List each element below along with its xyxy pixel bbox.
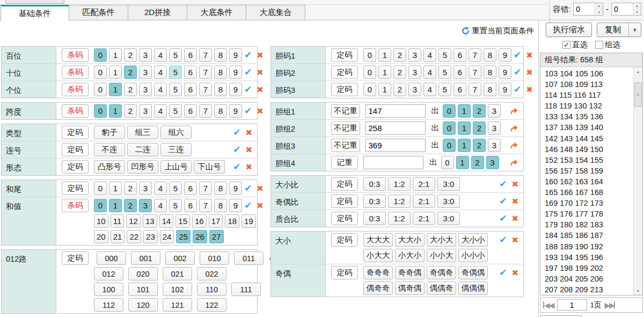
option-button[interactable]: 4 [423, 83, 436, 96]
option-button[interactable]: 1 [378, 48, 391, 62]
option-button[interactable]: 4 [154, 48, 167, 62]
option-button[interactable]: 3 [408, 48, 421, 62]
result-row[interactable]: 114 115 116 117 [545, 90, 642, 100]
option-button[interactable]: 奇奇奇 [363, 266, 393, 279]
option-button[interactable]: 0:3 [363, 212, 386, 225]
copy-button[interactable]: 复制 [597, 23, 628, 37]
option-button[interactable]: 9 [229, 48, 242, 62]
option-button[interactable]: 4 [154, 199, 167, 212]
option-button[interactable]: 020 [128, 267, 158, 280]
option-button[interactable]: 不连 [94, 143, 125, 156]
option-button[interactable]: 5 [169, 199, 182, 212]
option-button[interactable]: 3 [139, 104, 152, 118]
dan-group-input[interactable] [365, 104, 426, 118]
option-button[interactable]: 122 [197, 298, 226, 312]
dan-group-input[interactable] [365, 121, 426, 135]
result-row[interactable]: 142 143 144 145 [545, 133, 642, 144]
clear-cross-icon[interactable]: ✖ [245, 146, 252, 154]
option-button[interactable]: 7 [469, 66, 481, 79]
option-button[interactable]: 小小大 [427, 249, 456, 262]
option-button[interactable]: 5 [438, 83, 451, 96]
clear-cross-icon[interactable]: ✖ [257, 68, 264, 76]
option-button[interactable]: 1 [458, 104, 471, 118]
option-button[interactable]: 0 [94, 182, 107, 195]
set-mode-button[interactable]: 定码 [62, 126, 89, 139]
scroll-up-icon[interactable]: ▲ [634, 67, 642, 76]
option-button[interactable]: 3 [139, 48, 152, 62]
option-button[interactable]: 1 [378, 66, 391, 79]
option-button[interactable]: 4 [154, 182, 167, 195]
confirm-check-icon[interactable]: ✔ [514, 68, 521, 77]
scrollbar-thumb[interactable]: ≡ [634, 82, 642, 107]
result-row[interactable]: 207 208 209 213 [545, 284, 642, 295]
option-button[interactable]: 6 [184, 66, 197, 79]
option-button[interactable]: 7 [469, 83, 481, 96]
option-button[interactable]: 3 [139, 66, 152, 79]
option-button[interactable]: 9 [229, 83, 242, 96]
result-row[interactable]: 160 162 163 164 [545, 176, 642, 187]
set-mode-button[interactable]: 定码 [62, 251, 89, 265]
confirm-check-icon[interactable]: ✔ [233, 162, 240, 171]
confirm-check-icon[interactable]: ✔ [244, 184, 252, 193]
option-button[interactable]: 5 [169, 83, 182, 96]
option-button[interactable]: 3 [408, 83, 421, 96]
kill-mode-button[interactable]: 杀码 [62, 48, 89, 62]
option-button[interactable]: 7 [199, 182, 212, 195]
group-selection-checkbox[interactable]: 组选 [595, 40, 620, 50]
option-button[interactable]: 022 [197, 267, 226, 280]
option-button[interactable]: 小大小 [395, 249, 425, 262]
option-button[interactable]: 5 [438, 66, 451, 79]
option-button[interactable]: 豹子 [94, 126, 125, 139]
option-button[interactable]: 2 [473, 139, 486, 152]
clear-cross-icon[interactable]: ✖ [245, 128, 252, 136]
clear-cross-icon[interactable]: ✖ [257, 184, 264, 192]
option-button[interactable]: 大大大 [363, 233, 393, 247]
confirm-check-icon[interactable]: ✔ [244, 85, 252, 94]
scroll-down-icon[interactable]: ▼ [634, 286, 642, 295]
option-button[interactable]: 6 [453, 83, 466, 96]
option-button[interactable]: 1:2 [388, 212, 411, 225]
option-button[interactable]: 9 [229, 199, 242, 212]
tolerance-to-spinner[interactable]: ▲ ▼ [611, 3, 641, 16]
option-button[interactable]: 0 [94, 83, 107, 96]
option-button[interactable]: 6 [184, 199, 197, 212]
option-button[interactable]: 2:1 [413, 194, 435, 208]
option-button[interactable]: 101 [128, 283, 158, 296]
result-row[interactable]: 146 148 149 150 [545, 144, 642, 155]
kill-mode-button[interactable]: 杀码 [62, 104, 89, 118]
clear-cross-icon[interactable]: ✖ [257, 85, 264, 93]
spin-up-icon[interactable]: ▲ [595, 3, 603, 10]
option-button[interactable]: 1 [458, 121, 471, 135]
option-button[interactable]: 0 [443, 104, 456, 118]
option-button[interactable]: 2 [124, 66, 137, 79]
option-button[interactable]: 3 [486, 156, 499, 169]
confirm-check-icon[interactable]: ✔ [244, 201, 252, 210]
confirm-check-icon[interactable]: ✔ [233, 128, 240, 137]
clear-cross-icon[interactable]: ✖ [526, 68, 533, 76]
tolerance-from-input[interactable] [574, 3, 595, 15]
option-button[interactable]: 大大小 [395, 233, 425, 247]
kill-mode-button[interactable]: 杀码 [62, 199, 89, 212]
option-button[interactable]: 9 [229, 182, 242, 195]
option-button[interactable]: 0:3 [363, 177, 386, 191]
option-button[interactable]: 奇奇偶 [395, 266, 425, 279]
option-button[interactable]: 2 [124, 104, 137, 118]
option-button[interactable]: 奇偶奇 [427, 266, 456, 279]
option-button[interactable]: 4 [423, 48, 436, 62]
option-button[interactable]: 2 [471, 156, 484, 169]
result-row[interactable]: 193 194 195 196 [545, 252, 642, 263]
option-button[interactable]: 1:2 [388, 194, 411, 208]
option-button[interactable]: 0 [363, 83, 376, 96]
option-button[interactable]: 3 [488, 139, 501, 152]
option-button[interactable]: 上山号 [160, 160, 192, 174]
option-button[interactable]: 5 [169, 66, 182, 79]
option-button[interactable]: 11 [111, 214, 125, 228]
execute-shrink-button[interactable]: 执行缩水 [546, 23, 592, 37]
option-button[interactable]: 25 [176, 230, 191, 243]
option-button[interactable]: 3:0 [437, 194, 460, 208]
result-row[interactable]: 152 153 154 155 [545, 155, 642, 165]
option-button[interactable]: 2 [473, 121, 486, 135]
option-button[interactable]: 9 [499, 83, 511, 96]
spin-up-icon[interactable]: ▲ [633, 3, 641, 10]
result-row[interactable]: 175 176 177 178 [545, 208, 642, 219]
